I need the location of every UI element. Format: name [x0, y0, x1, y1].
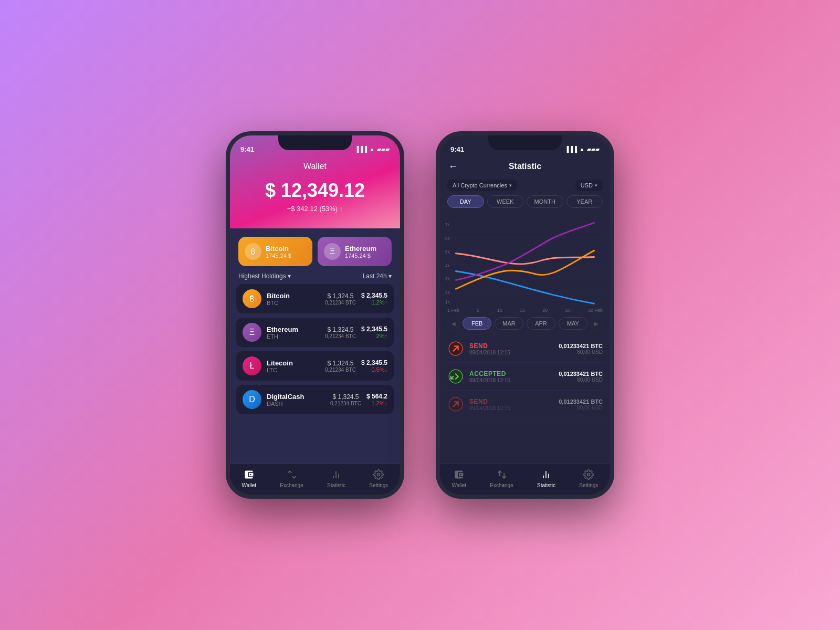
- coin-total-dash: $ 564.2: [366, 393, 387, 400]
- coin-name-btc: Bitcoin: [267, 292, 320, 300]
- bottom-nav-wallet: Wallet Exchange Statistic Settings: [230, 464, 400, 495]
- nav-statistic-label: Statistic: [327, 482, 345, 488]
- prev-month-button[interactable]: ◀: [447, 318, 459, 330]
- coin-total-ltc: $ 2,345.5: [361, 359, 387, 366]
- coin-row-ltc[interactable]: Ł Litecoin LTC $ 1,324.5 0,21234 BTC $ 2…: [236, 351, 394, 381]
- nav-exchange[interactable]: Exchange: [280, 468, 303, 488]
- eth-icon: Ξ: [324, 243, 341, 260]
- coin-btc-dash: 0,21234 BTC: [330, 401, 361, 406]
- crypto-card-eth[interactable]: Ξ Ethereum 1745,24 $: [318, 237, 392, 266]
- holdings-period[interactable]: Last 24h ▾: [363, 272, 392, 280]
- svg-text:6k: 6k: [445, 235, 450, 241]
- tab-year[interactable]: YEAR: [566, 195, 603, 208]
- holdings-section: Highest Holdings ▾ Last 24h ▾ ₿ Bitcoin …: [230, 266, 400, 464]
- chevron-down-icon: ▾: [509, 183, 512, 188]
- x-label-25: 25: [565, 308, 571, 313]
- unit-filter[interactable]: USD ▾: [575, 180, 603, 191]
- statistic-nav-icon-stat: [540, 468, 552, 481]
- coin-name-dash: DigitalCash: [267, 393, 325, 401]
- tab-apr[interactable]: APR: [527, 317, 555, 330]
- nav-exchange-stat[interactable]: Exchange: [490, 468, 513, 488]
- statistic-nav-icon: [330, 468, 342, 481]
- transactions-list: SEND 09/04/2018 12:15 0,01233421 BTC 80,…: [440, 333, 610, 464]
- coin-sym-dash: DASH: [267, 401, 325, 407]
- tx-row-2[interactable]: ACCEPTED 09/04/2018 12:15 0,01233421 BTC…: [447, 363, 603, 391]
- coin-usd-ltc: $ 1,324.5: [325, 360, 356, 367]
- currency-filter[interactable]: All Crypto Currencies ▾: [447, 180, 517, 191]
- tab-week[interactable]: WEEK: [487, 195, 524, 208]
- coin-sym-btc: BTC: [267, 300, 320, 306]
- tx-usd-2: 80,00 USD: [559, 377, 603, 383]
- eth-card-val: 1745,24 $: [345, 253, 376, 259]
- x-label-1: 1 Feb: [447, 308, 459, 313]
- tx-btc-3: 0,01233421 BTC: [559, 398, 603, 405]
- coin-sym-ltc: LTC: [267, 367, 320, 373]
- coin-row-btc[interactable]: ₿ Bitcoin BTC $ 1,324.5 0,21234 BTC $ 2,…: [236, 284, 394, 313]
- exchange-nav-icon: [286, 468, 298, 481]
- next-month-button[interactable]: ▶: [591, 318, 603, 330]
- nav-wallet[interactable]: Wallet: [242, 468, 256, 488]
- coin-row-dash[interactable]: D DigitalCash DASH $ 1,324.5 0,21234 BTC…: [236, 385, 394, 414]
- nav-statistic-stat[interactable]: Statistic: [537, 468, 555, 488]
- battery-icon-stat: ▰▰▰: [587, 146, 600, 153]
- coin-avatar-eth: Ξ: [243, 323, 261, 342]
- coin-usd-eth: $ 1,324.5: [325, 326, 356, 333]
- tx-row-3[interactable]: SEND 09/04/2018 12:15 0,01233421 BTC 80,…: [447, 391, 603, 418]
- settings-nav-icon-stat: [582, 468, 595, 481]
- tx-row-1[interactable]: SEND 09/04/2018 12:15 0,01233421 BTC 80,…: [447, 335, 603, 363]
- x-label-20: 20: [542, 308, 548, 313]
- x-label-30: 30 Feb: [588, 308, 603, 313]
- tx-type-3: SEND: [469, 398, 553, 405]
- tx-usd-1: 80,00 USD: [559, 349, 603, 355]
- coin-avatar-dash: D: [243, 390, 261, 409]
- coin-pct-btc: 1.2%↑: [361, 299, 387, 306]
- nav-exchange-label-stat: Exchange: [490, 482, 513, 488]
- svg-point-17: [587, 474, 590, 476]
- tab-day[interactable]: DAY: [447, 195, 484, 208]
- wifi-icon: ▲: [369, 146, 375, 152]
- wallet-change: +$ 342.12 (53%) ↑: [240, 205, 390, 213]
- coin-total-eth: $ 2,345.5: [361, 326, 387, 333]
- battery-icon: ▰▰▰: [377, 146, 390, 153]
- tx-type-2: ACCEPTED: [469, 370, 553, 377]
- tab-month[interactable]: MONTH: [527, 195, 563, 208]
- wifi-icon-stat: ▲: [579, 146, 585, 152]
- nav-wallet-label: Wallet: [242, 482, 256, 488]
- wallet-nav-icon: [243, 468, 255, 481]
- nav-settings-stat[interactable]: Settings: [579, 468, 598, 488]
- svg-text:7k: 7k: [445, 222, 450, 228]
- nav-settings[interactable]: Settings: [369, 468, 388, 488]
- nav-wallet-stat[interactable]: Wallet: [452, 468, 466, 488]
- wallet-title: Wallet: [240, 162, 390, 171]
- stat-title: Statistic: [509, 162, 541, 171]
- exchange-nav-icon-stat: [496, 468, 508, 481]
- coin-pct-dash: 1.2%↓: [366, 400, 387, 406]
- coin-name-ltc: Litecoin: [267, 359, 320, 367]
- coin-row-eth[interactable]: Ξ Ethereum ETH $ 1,324.5 0,21234 BTC $ 2…: [236, 318, 394, 347]
- send-icon-1: [447, 340, 464, 357]
- coin-pct-ltc: 0.5%↓: [361, 366, 387, 373]
- status-icons-stat: ▐▐▐ ▲ ▰▰▰: [565, 146, 600, 153]
- tx-usd-3: 80,00 USD: [559, 405, 603, 411]
- back-button[interactable]: ←: [448, 161, 458, 172]
- phone-wallet: 9:41 ▐▐▐ ▲ ▰▰▰ Wallet $ 12,349.12 +$ 342…: [226, 131, 404, 499]
- coin-usd-btc: $ 1,324.5: [325, 292, 356, 300]
- tab-may[interactable]: MAY: [559, 317, 587, 330]
- send-icon-3: [447, 396, 464, 413]
- holdings-label[interactable]: Highest Holdings ▾: [238, 272, 291, 280]
- coin-name-eth: Ethereum: [267, 326, 320, 333]
- tab-feb[interactable]: FEB: [463, 317, 491, 330]
- svg-text:2k: 2k: [445, 290, 450, 296]
- nav-wallet-label-stat: Wallet: [452, 482, 466, 488]
- crypto-cards: ₿ Bitcoin 1745,24 $ Ξ Ethereum 1745,24 $: [230, 228, 400, 266]
- status-time-stat: 9:41: [450, 145, 464, 153]
- wallet-nav-icon-stat: [453, 468, 465, 481]
- tab-mar[interactable]: MAR: [495, 317, 523, 330]
- crypto-card-btc[interactable]: ₿ Bitcoin 1745,24 $: [238, 237, 312, 266]
- tx-btc-2: 0,01233421 BTC: [559, 371, 603, 377]
- accept-icon-2: [447, 368, 464, 385]
- tx-date-3: 09/04/2018 12:15: [469, 405, 553, 411]
- svg-text:3k: 3k: [445, 276, 450, 282]
- tx-type-1: SEND: [469, 342, 553, 350]
- nav-statistic[interactable]: Statistic: [327, 468, 345, 488]
